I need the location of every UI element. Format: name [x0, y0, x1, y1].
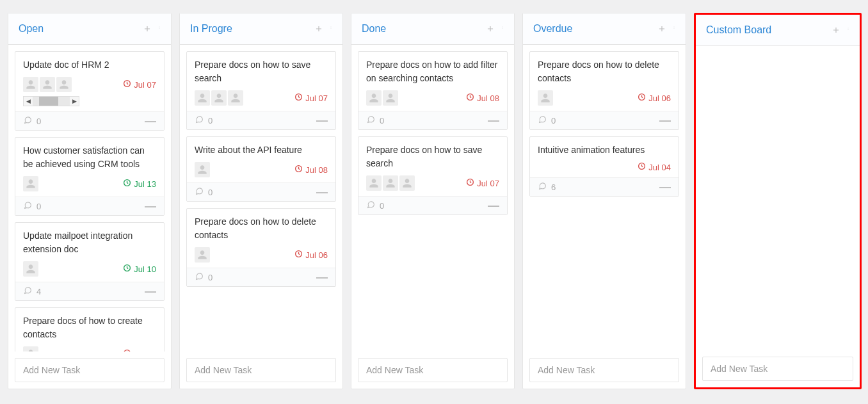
comment-count[interactable]: 0: [23, 201, 41, 211]
task-card[interactable]: How customer satisfaction can be achieve…: [15, 137, 165, 216]
add-icon[interactable]: [314, 24, 323, 33]
scroll-thumb[interactable]: [39, 97, 58, 106]
comment-count[interactable]: 6: [538, 182, 556, 192]
card-body: Update mailpoet integration extension do…: [15, 223, 164, 282]
comment-icon: [366, 200, 376, 211]
task-card[interactable]: Prepare docs on how to save searchJul 07…: [186, 51, 336, 130]
card-title: Prepare docs on how to delete contacts: [538, 58, 671, 85]
scroll-left-arrow[interactable]: ◀: [24, 98, 33, 104]
comment-icon: [195, 115, 204, 125]
more-icon[interactable]: [673, 22, 675, 35]
comment-count[interactable]: 0: [366, 200, 384, 211]
card-body: Prepare docs on how to delete contactsJu…: [530, 52, 679, 111]
task-card[interactable]: Intuitive animation featuresJul 046—: [529, 136, 679, 197]
add-task-wrapper: [523, 351, 686, 389]
card-footer: 0—: [15, 197, 164, 215]
svg-point-7: [331, 27, 332, 28]
collapse-icon[interactable]: —: [316, 275, 328, 280]
avatar: [211, 90, 227, 106]
task-card[interactable]: Write about the API featureJul 080—: [186, 136, 336, 202]
avatar: [399, 175, 415, 191]
date-text: Jul 06: [648, 93, 671, 103]
collapse-icon[interactable]: —: [659, 118, 671, 124]
task-card[interactable]: Prepare docs on how to save searchJul 07…: [358, 136, 508, 215]
collapse-icon[interactable]: —: [316, 118, 328, 124]
comment-count[interactable]: 0: [195, 187, 213, 197]
svg-point-2: [159, 28, 160, 29]
card-meta: Jul 10: [23, 261, 156, 277]
comment-count[interactable]: 4: [23, 286, 41, 296]
date-text: Jul 07: [134, 350, 156, 352]
card-title: Update doc of HRM 2: [23, 58, 156, 72]
add-icon[interactable]: [143, 24, 152, 33]
more-icon[interactable]: [158, 22, 161, 35]
svg-point-6: [124, 350, 131, 351]
task-card[interactable]: Update mailpoet integration extension do…: [15, 222, 165, 301]
task-card[interactable]: Prepare docs on how to add filter on sea…: [358, 51, 508, 130]
horizontal-scrollbar[interactable]: ◀▶: [23, 96, 79, 106]
svg-point-8: [331, 28, 332, 28]
avatar: [23, 77, 38, 92]
comment-count[interactable]: 0: [23, 116, 41, 126]
scroll-track[interactable]: [33, 97, 70, 106]
card-footer: 0—: [15, 111, 164, 130]
collapse-icon[interactable]: —: [145, 289, 156, 295]
card-meta: Jul 06: [195, 247, 328, 263]
column-title: Custom Board: [706, 24, 771, 36]
card-meta: Jul 04: [538, 162, 671, 172]
collapse-icon[interactable]: —: [145, 118, 156, 124]
card-body: Update doc of HRM 2Jul 07◀▶: [15, 52, 164, 111]
scroll-right-arrow[interactable]: ▶: [70, 98, 79, 104]
avatar-group: [23, 77, 72, 92]
card-body: Intuitive animation featuresJul 04: [530, 137, 679, 177]
clock-icon: [123, 79, 131, 90]
comment-icon: [195, 187, 204, 197]
more-icon[interactable]: [330, 22, 332, 35]
comment-number: 0: [380, 116, 384, 125]
add-task-input[interactable]: [702, 357, 853, 381]
task-card[interactable]: Update doc of HRM 2Jul 07◀▶0—: [15, 51, 165, 131]
column-actions: [657, 22, 675, 35]
date-text: Jul 04: [648, 163, 671, 172]
add-task-input[interactable]: [186, 358, 336, 382]
date-text: Jul 08: [305, 165, 328, 175]
comment-count[interactable]: 0: [195, 272, 213, 282]
avatar: [383, 90, 398, 106]
collapse-icon[interactable]: —: [659, 184, 671, 190]
collapse-icon[interactable]: —: [316, 190, 328, 195]
cards-list: Prepare docs on how to delete contactsJu…: [523, 45, 686, 351]
add-task-input[interactable]: [15, 358, 165, 382]
svg-point-9: [331, 28, 332, 29]
add-icon[interactable]: [657, 24, 666, 33]
date-text: Jul 08: [477, 93, 499, 103]
board-column: OpenUpdate doc of HRM 2Jul 07◀▶0—How cus…: [8, 13, 172, 389]
card-meta: Jul 06: [538, 90, 671, 106]
add-icon[interactable]: [832, 26, 840, 35]
card-title: Update mailpoet integration extension do…: [23, 229, 156, 256]
clock-icon: [466, 178, 474, 188]
add-icon[interactable]: [486, 24, 495, 33]
comment-number: 0: [36, 202, 41, 211]
comment-count[interactable]: 0: [195, 115, 213, 125]
task-card[interactable]: Prepare docs on how to delete contactsJu…: [186, 208, 336, 287]
clock-icon: [638, 93, 646, 103]
task-card[interactable]: Prepare docs of how to create contactsJu…: [15, 307, 165, 351]
comment-number: 0: [208, 188, 213, 197]
avatar: [40, 77, 55, 92]
more-icon[interactable]: [847, 24, 849, 36]
cards-list: Update doc of HRM 2Jul 07◀▶0—How custome…: [8, 45, 171, 351]
collapse-icon[interactable]: —: [488, 203, 499, 209]
collapse-icon[interactable]: —: [145, 204, 156, 209]
due-date: Jul 10: [123, 264, 156, 274]
collapse-icon[interactable]: —: [488, 118, 499, 124]
task-card[interactable]: Prepare docs on how to delete contactsJu…: [529, 51, 679, 130]
card-meta: Jul 07: [23, 346, 156, 351]
comment-count[interactable]: 0: [538, 115, 556, 125]
more-icon[interactable]: [501, 22, 504, 35]
svg-point-15: [502, 28, 503, 29]
add-task-input[interactable]: [358, 358, 508, 382]
card-body: Prepare docs of how to create contactsJu…: [15, 308, 164, 351]
comment-count[interactable]: 0: [366, 115, 384, 125]
card-body: Prepare docs on how to save searchJul 07: [187, 52, 335, 111]
add-task-input[interactable]: [529, 358, 679, 382]
